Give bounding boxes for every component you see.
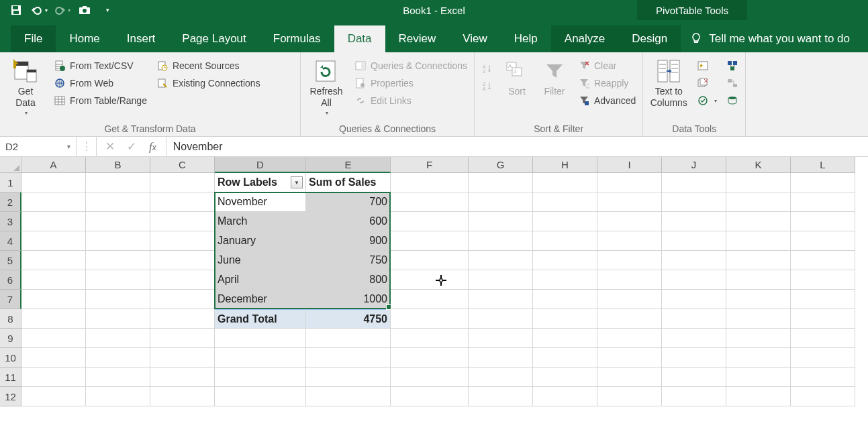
row-header-6[interactable]: 6 xyxy=(0,270,21,290)
cell-E2[interactable]: 700 xyxy=(306,192,391,212)
worksheet-grid[interactable]: ABCDEFGHIJKL 123456789101112 Row Labels▼… xyxy=(0,157,868,448)
cell-D12[interactable] xyxy=(215,387,306,406)
recent-sources-button[interactable]: Recent Sources xyxy=(154,58,263,74)
cell-J4[interactable] xyxy=(662,231,726,251)
cell-J6[interactable] xyxy=(662,270,726,290)
cell-A6[interactable] xyxy=(21,270,86,290)
tab-analyze[interactable]: Analyze xyxy=(551,25,618,52)
cell-G12[interactable] xyxy=(469,387,533,406)
cell-I2[interactable] xyxy=(597,192,662,212)
rowlabels-filter-button[interactable]: ▼ xyxy=(291,176,303,188)
col-header-K[interactable]: K xyxy=(726,157,791,173)
cell-I9[interactable] xyxy=(597,329,662,348)
select-all-corner[interactable] xyxy=(0,157,21,173)
cell-A11[interactable] xyxy=(21,368,86,387)
cell-A1[interactable] xyxy=(21,173,86,192)
cell-D6[interactable]: April xyxy=(215,270,306,290)
cell-C7[interactable] xyxy=(150,290,215,309)
col-header-G[interactable]: G xyxy=(469,157,533,173)
cell-C2[interactable] xyxy=(150,192,215,212)
cell-F7[interactable] xyxy=(391,290,469,309)
col-header-E[interactable]: E xyxy=(306,157,391,173)
cell-F5[interactable] xyxy=(391,251,469,270)
cell-J11[interactable] xyxy=(662,368,726,387)
consolidate-button[interactable] xyxy=(724,58,741,74)
cell-L2[interactable] xyxy=(791,192,855,212)
save-button[interactable] xyxy=(5,0,27,20)
name-box[interactable]: D2 ▼ xyxy=(0,137,77,156)
col-header-J[interactable]: J xyxy=(662,157,726,173)
cell-K9[interactable] xyxy=(726,329,791,348)
cell-K2[interactable] xyxy=(726,192,791,212)
remove-duplicates-button[interactable] xyxy=(694,75,720,91)
cell-J3[interactable] xyxy=(662,212,726,231)
cell-F9[interactable] xyxy=(391,329,469,348)
cell-L10[interactable] xyxy=(791,348,855,368)
cell-K5[interactable] xyxy=(726,251,791,270)
row-header-2[interactable]: 2 xyxy=(0,192,21,212)
camera-button[interactable] xyxy=(74,0,95,20)
cell-B1[interactable] xyxy=(86,173,150,192)
cell-B12[interactable] xyxy=(86,387,150,406)
cell-J8[interactable] xyxy=(662,309,726,329)
redo-button[interactable]: ▾ xyxy=(51,0,73,20)
col-header-L[interactable]: L xyxy=(791,157,855,173)
tab-help[interactable]: Help xyxy=(501,25,551,52)
cell-J2[interactable] xyxy=(662,192,726,212)
from-text-csv-button[interactable]: From Text/CSV xyxy=(51,58,150,74)
cell-A2[interactable] xyxy=(21,192,86,212)
cell-A12[interactable] xyxy=(21,387,86,406)
cell-K11[interactable] xyxy=(726,368,791,387)
cancel-formula-button[interactable]: ✕ xyxy=(101,137,119,157)
cell-G8[interactable] xyxy=(469,309,533,329)
cell-B4[interactable] xyxy=(86,231,150,251)
tell-me-search[interactable]: Tell me what you want to do xyxy=(681,25,859,52)
from-table-range-button[interactable]: From Table/Range xyxy=(51,93,150,109)
cell-C9[interactable] xyxy=(150,329,215,348)
cell-L1[interactable] xyxy=(791,173,855,192)
tab-view[interactable]: View xyxy=(449,25,501,52)
cell-K4[interactable] xyxy=(726,231,791,251)
cell-L4[interactable] xyxy=(791,231,855,251)
cell-D8[interactable]: Grand Total xyxy=(215,309,306,329)
cell-A10[interactable] xyxy=(21,348,86,368)
cell-F6[interactable] xyxy=(391,270,469,290)
cell-E6[interactable]: 800 xyxy=(306,270,391,290)
cell-F10[interactable] xyxy=(391,348,469,368)
tab-formulas[interactable]: Formulas xyxy=(260,25,334,52)
cell-G7[interactable] xyxy=(469,290,533,309)
cell-I4[interactable] xyxy=(597,231,662,251)
row-header-4[interactable]: 4 xyxy=(0,231,21,251)
cell-C3[interactable] xyxy=(150,212,215,231)
cell-B11[interactable] xyxy=(86,368,150,387)
cell-J9[interactable] xyxy=(662,329,726,348)
cell-L12[interactable] xyxy=(791,387,855,406)
tab-review[interactable]: Review xyxy=(385,25,450,52)
cell-B8[interactable] xyxy=(86,309,150,329)
cell-D11[interactable] xyxy=(215,368,306,387)
cell-D5[interactable]: June xyxy=(215,251,306,270)
cell-G9[interactable] xyxy=(469,329,533,348)
row-header-11[interactable]: 11 xyxy=(0,368,21,387)
row-header-8[interactable]: 8 xyxy=(0,309,21,329)
cell-C6[interactable] xyxy=(150,270,215,290)
cell-L5[interactable] xyxy=(791,251,855,270)
cell-I8[interactable] xyxy=(597,309,662,329)
cell-F1[interactable] xyxy=(391,173,469,192)
cell-H1[interactable] xyxy=(533,173,597,192)
cell-E4[interactable]: 900 xyxy=(306,231,391,251)
tab-home[interactable]: Home xyxy=(56,25,113,52)
queries-connections-button[interactable]: Queries & Connections xyxy=(352,58,470,74)
cell-E1[interactable]: Sum of Sales xyxy=(306,173,391,192)
row-header-7[interactable]: 7 xyxy=(0,290,21,309)
cell-I5[interactable] xyxy=(597,251,662,270)
data-validation-button[interactable]: ▾ xyxy=(694,93,720,109)
cell-A4[interactable] xyxy=(21,231,86,251)
cell-A9[interactable] xyxy=(21,329,86,348)
cell-F3[interactable] xyxy=(391,212,469,231)
cell-A5[interactable] xyxy=(21,251,86,270)
cell-J12[interactable] xyxy=(662,387,726,406)
cell-E10[interactable] xyxy=(306,348,391,368)
cell-F11[interactable] xyxy=(391,368,469,387)
cell-D4[interactable]: January xyxy=(215,231,306,251)
